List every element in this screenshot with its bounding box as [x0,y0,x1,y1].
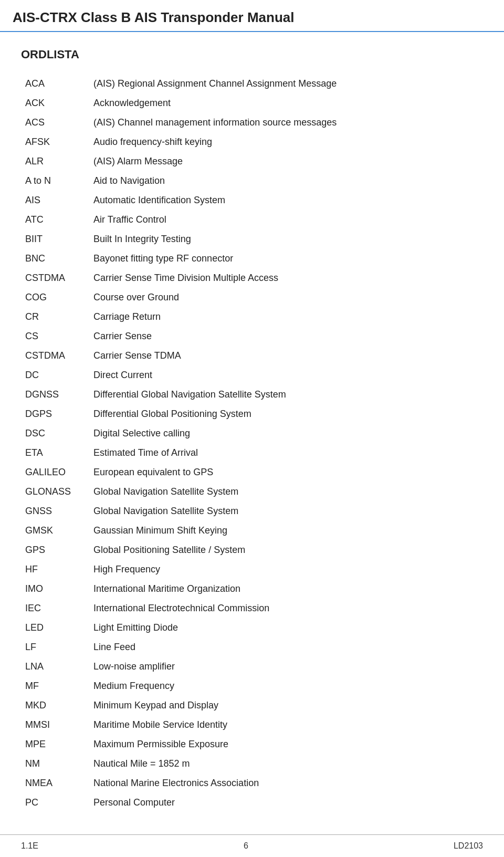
definition-cell: Estimated Time of Arrival [89,443,483,463]
definition-cell: Direct Current [89,365,483,385]
abbreviation-cell: COG [21,288,89,307]
abbreviation-cell: ACS [21,113,89,132]
table-row: DGNSSDifferential Global Navigation Sate… [21,385,483,404]
definition-cell: Carrier Sense TDMA [89,346,483,365]
definition-cell: Maximum Permissible Exposure [89,735,483,754]
definition-cell: (AIS) Alarm Message [89,152,483,171]
definition-cell: International Maritime Organization [89,579,483,599]
abbreviation-table: ACA(AIS) Regional Assignment Channel Ass… [21,74,483,812]
abbreviation-cell: DGPS [21,404,89,424]
abbreviation-cell: CR [21,307,89,327]
abbreviation-cell: HF [21,560,89,579]
abbreviation-cell: IEC [21,599,89,618]
abbreviation-cell: MKD [21,696,89,715]
table-row: IMOInternational Maritime Organization [21,579,483,599]
definition-cell: Audio frequency-shift keying [89,132,483,152]
table-row: LEDLight Emitting Diode [21,618,483,637]
table-row: BNCBayonet fitting type RF connector [21,249,483,268]
abbreviation-cell: MMSI [21,715,89,735]
abbreviation-cell: BNC [21,249,89,268]
main-content: ORDLISTA ACA(AIS) Regional Assignment Ch… [0,32,504,857]
abbreviation-cell: ALR [21,152,89,171]
table-row: NMNautical Mile = 1852 m [21,754,483,774]
table-row: DSCDigital Selective calling [21,424,483,443]
definition-cell: Nautical Mile = 1852 m [89,754,483,774]
page-footer: 1.1E 6 LD2103 [0,834,504,857]
footer-right: LD2103 [454,841,483,851]
definition-cell: Differential Global Positioning System [89,404,483,424]
definition-cell: Personal Computer [89,793,483,812]
table-row: DCDirect Current [21,365,483,385]
table-row: MKDMinimum Keypad and Display [21,696,483,715]
abbreviation-cell: ATC [21,210,89,229]
table-row: DGPSDifferential Global Positioning Syst… [21,404,483,424]
definition-cell: Course over Ground [89,288,483,307]
definition-cell: (AIS) Regional Assignment Channel Assign… [89,74,483,93]
abbreviation-cell: GMSK [21,521,89,540]
table-row: IECInternational Electrotechnical Commis… [21,599,483,618]
abbreviation-cell: ACK [21,93,89,113]
definition-cell: Aid to Navigation [89,171,483,191]
definition-cell: Automatic Identification System [89,191,483,210]
definition-cell: Digital Selective calling [89,424,483,443]
definition-cell: Carriage Return [89,307,483,327]
table-row: GLONASSGlobal Navigation Satellite Syste… [21,482,483,501]
table-row: CSTDMACarrier Sense Time Division Multip… [21,268,483,288]
table-row: NMEANational Marine Electronics Associat… [21,774,483,793]
abbreviation-cell: IMO [21,579,89,599]
definition-cell: Air Traffic Control [89,210,483,229]
abbreviation-cell: DC [21,365,89,385]
abbreviation-cell: LF [21,637,89,657]
abbreviation-cell: PC [21,793,89,812]
table-row: GMSKGaussian Minimum Shift Keying [21,521,483,540]
definition-cell: International Electrotechnical Commissio… [89,599,483,618]
definition-cell: High Frequency [89,560,483,579]
page-wrapper: AIS-CTRX Class B AIS Transponder Manual … [0,0,504,857]
definition-cell: Differential Global Navigation Satellite… [89,385,483,404]
definition-cell: Carrier Sense Time Division Multiple Acc… [89,268,483,288]
abbreviation-cell: CSTDMA [21,268,89,288]
definition-cell: Bayonet fitting type RF connector [89,249,483,268]
page-title: AIS-CTRX Class B AIS Transponder Manual [13,9,294,25]
definition-cell: Medium Frequency [89,676,483,696]
definition-cell: Gaussian Minimum Shift Keying [89,521,483,540]
definition-cell: National Marine Electronics Association [89,774,483,793]
definition-cell: Global Navigation Satellite System [89,482,483,501]
definition-cell: Acknowledgement [89,93,483,113]
table-row: LFLine Feed [21,637,483,657]
abbreviation-cell: CS [21,327,89,346]
footer-center: 6 [244,841,248,851]
table-row: A to NAid to Navigation [21,171,483,191]
definition-cell: Minimum Keypad and Display [89,696,483,715]
definition-cell: Low-noise amplifier [89,657,483,676]
table-row: LNALow-noise amplifier [21,657,483,676]
definition-cell: Global Positioning Satellite / System [89,540,483,560]
abbreviation-cell: NMEA [21,774,89,793]
table-row: CSCarrier Sense [21,327,483,346]
table-row: ACA(AIS) Regional Assignment Channel Ass… [21,74,483,93]
abbreviation-cell: ACA [21,74,89,93]
abbreviation-cell: BIIT [21,229,89,249]
table-row: MPEMaximum Permissible Exposure [21,735,483,754]
table-row: AFSKAudio frequency-shift keying [21,132,483,152]
footer-left: 1.1E [21,841,38,851]
table-row: GNSSGlobal Navigation Satellite System [21,501,483,521]
abbreviation-cell: NM [21,754,89,774]
table-row: GALILEOEuropean equivalent to GPS [21,463,483,482]
abbreviation-cell: AFSK [21,132,89,152]
abbreviation-cell: GALILEO [21,463,89,482]
abbreviation-cell: AIS [21,191,89,210]
abbreviation-cell: MPE [21,735,89,754]
abbreviation-cell: GNSS [21,501,89,521]
table-row: HFHigh Frequency [21,560,483,579]
definition-cell: Maritime Mobile Service Identity [89,715,483,735]
definition-cell: (AIS) Channel management information sou… [89,113,483,132]
definition-cell: Line Feed [89,637,483,657]
abbreviation-cell: CSTDMA [21,346,89,365]
table-row: ETAEstimated Time of Arrival [21,443,483,463]
definition-cell: Carrier Sense [89,327,483,346]
definition-cell: Global Navigation Satellite System [89,501,483,521]
section-title: ORDLISTA [21,48,483,61]
table-row: MMSIMaritime Mobile Service Identity [21,715,483,735]
table-row: GPSGlobal Positioning Satellite / System [21,540,483,560]
